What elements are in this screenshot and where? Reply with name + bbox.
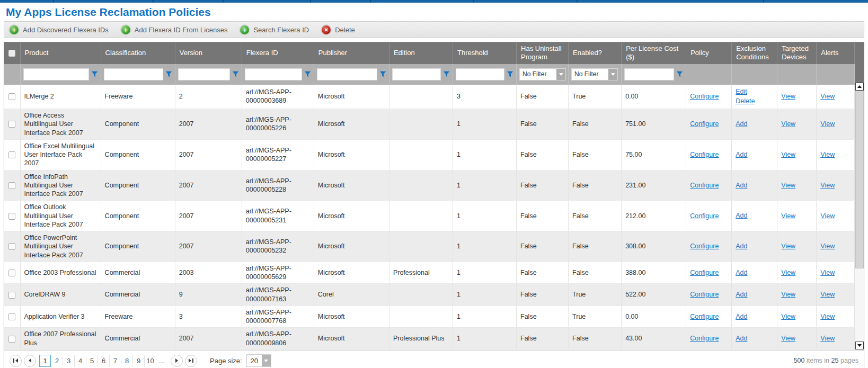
column-header-enabled[interactable]: Enabled? — [569, 42, 622, 64]
flexera-id-filter-input[interactable] — [245, 68, 302, 80]
per-license-cost-filter-input[interactable] — [624, 68, 674, 80]
view-targeted-devices-link[interactable]: View — [781, 120, 795, 128]
row-checkbox[interactable] — [8, 243, 15, 250]
previous-page-button[interactable] — [24, 355, 36, 367]
column-header-product[interactable]: Product — [20, 42, 101, 64]
classification-filter-input[interactable] — [104, 68, 163, 80]
page-number-button[interactable]: 4 — [74, 355, 86, 367]
filter-funnel-icon[interactable] — [507, 71, 513, 78]
scroll-down-button[interactable] — [855, 342, 864, 349]
column-header-classification[interactable]: Classification — [101, 42, 175, 64]
filter-funnel-icon[interactable] — [379, 71, 386, 78]
search-flexera-id-button[interactable]: + Search Flexera ID — [240, 25, 309, 34]
page-number-button[interactable]: 6 — [98, 355, 109, 367]
edit-exclusion-link[interactable]: Edit — [736, 87, 773, 97]
row-checkbox[interactable] — [8, 93, 15, 100]
column-header-exclusion-conditions[interactable]: Exclusion Conditions — [732, 42, 777, 64]
view-targeted-devices-link[interactable]: View — [781, 151, 795, 158]
page-size-select[interactable]: 20 — [246, 354, 271, 367]
configure-link[interactable]: Configure — [690, 182, 719, 189]
column-header-policy[interactable]: Policy — [686, 42, 732, 64]
configure-link[interactable]: Configure — [690, 313, 719, 320]
configure-link[interactable]: Configure — [690, 120, 719, 128]
scrollbar-track[interactable] — [855, 91, 864, 342]
row-checkbox[interactable] — [8, 182, 15, 189]
page-number-button[interactable]: 1 — [39, 355, 51, 367]
add-exclusion-link[interactable]: Add — [736, 334, 773, 344]
add-flexera-id-from-licenses-button[interactable]: + Add Flexera ID From Licenses — [121, 25, 228, 34]
first-page-button[interactable] — [10, 355, 22, 367]
add-exclusion-link[interactable]: Add — [736, 150, 773, 160]
view-alerts-link[interactable]: View — [820, 335, 835, 342]
configure-link[interactable]: Configure — [690, 151, 719, 158]
view-targeted-devices-link[interactable]: View — [781, 243, 795, 250]
enabled-filter-select[interactable]: No Filter — [571, 68, 618, 80]
scrollbar-thumb[interactable] — [855, 91, 864, 268]
page-number-button[interactable]: 3 — [63, 355, 74, 367]
page-number-button[interactable]: 7 — [109, 355, 121, 367]
view-alerts-link[interactable]: View — [820, 243, 835, 250]
view-alerts-link[interactable]: View — [820, 182, 835, 189]
scroll-up-button[interactable] — [855, 83, 864, 91]
product-filter-input[interactable] — [23, 68, 89, 80]
next-page-button[interactable] — [171, 355, 183, 367]
row-checkbox[interactable] — [8, 292, 15, 299]
view-targeted-devices-link[interactable]: View — [781, 212, 795, 220]
filter-funnel-icon[interactable] — [91, 71, 98, 78]
version-filter-input[interactable] — [178, 68, 230, 80]
add-exclusion-link[interactable]: Add — [736, 211, 773, 221]
delete-exclusion-link[interactable]: Delete — [736, 96, 773, 106]
edition-filter-input[interactable] — [392, 68, 441, 80]
add-exclusion-link[interactable]: Add — [736, 290, 773, 300]
add-exclusion-link[interactable]: Add — [736, 312, 773, 322]
row-checkbox[interactable] — [8, 270, 15, 276]
column-header-version[interactable]: Version — [175, 42, 242, 64]
column-header-flexera-id[interactable]: Flexera ID — [242, 42, 314, 64]
configure-link[interactable]: Configure — [690, 212, 719, 220]
filter-funnel-icon[interactable] — [676, 71, 683, 78]
view-targeted-devices-link[interactable]: View — [781, 269, 795, 276]
publisher-filter-input[interactable] — [317, 68, 377, 80]
has-uninstall-filter-select[interactable]: No Filter — [519, 68, 566, 80]
configure-link[interactable]: Configure — [690, 269, 719, 276]
row-checkbox[interactable] — [8, 336, 15, 343]
column-header-publisher[interactable]: Publisher — [314, 42, 389, 64]
last-page-button[interactable] — [185, 355, 197, 367]
select-all-checkbox[interactable] — [8, 50, 15, 57]
view-targeted-devices-link[interactable]: View — [781, 313, 795, 320]
configure-link[interactable]: Configure — [690, 243, 719, 250]
view-targeted-devices-link[interactable]: View — [781, 291, 795, 298]
threshold-filter-input[interactable] — [456, 68, 504, 80]
page-number-button[interactable]: 10 — [144, 355, 156, 367]
view-alerts-link[interactable]: View — [820, 313, 835, 320]
view-targeted-devices-link[interactable]: View — [781, 182, 795, 189]
view-alerts-link[interactable]: View — [820, 120, 835, 128]
row-checkbox[interactable] — [8, 313, 15, 320]
add-exclusion-link[interactable]: Add — [736, 181, 773, 191]
filter-funnel-icon[interactable] — [232, 71, 239, 78]
view-alerts-link[interactable]: View — [820, 291, 835, 298]
view-targeted-devices-link[interactable]: View — [781, 335, 795, 342]
page-number-button[interactable]: 8 — [121, 355, 132, 367]
column-header-targeted-devices[interactable]: Targeted Devices — [777, 42, 817, 64]
view-alerts-link[interactable]: View — [820, 269, 835, 276]
filter-funnel-icon[interactable] — [165, 71, 172, 78]
add-exclusion-link[interactable]: Add — [736, 268, 773, 278]
view-alerts-link[interactable]: View — [820, 93, 835, 100]
column-header-per-license-cost[interactable]: Per License Cost ($) — [622, 42, 686, 64]
add-discovered-flexera-ids-button[interactable]: + Add Discovered Flexera IDs — [10, 25, 109, 34]
vertical-scrollbar[interactable] — [855, 83, 864, 349]
configure-link[interactable]: Configure — [690, 93, 719, 100]
view-targeted-devices-link[interactable]: View — [781, 93, 795, 100]
page-number-button[interactable]: 2 — [51, 355, 63, 367]
delete-button[interactable]: ✕ Delete — [322, 25, 355, 34]
add-exclusion-link[interactable]: Add — [736, 241, 773, 252]
column-header-has-uninstall-program[interactable]: Has Uninstall Program — [517, 42, 569, 64]
row-checkbox[interactable] — [8, 151, 15, 158]
configure-link[interactable]: Configure — [690, 291, 719, 298]
page-number-button[interactable]: 5 — [86, 355, 98, 367]
configure-link[interactable]: Configure — [690, 335, 719, 342]
row-checkbox[interactable] — [8, 121, 15, 128]
column-header-alerts[interactable]: Alerts — [817, 42, 855, 64]
view-alerts-link[interactable]: View — [820, 151, 835, 158]
